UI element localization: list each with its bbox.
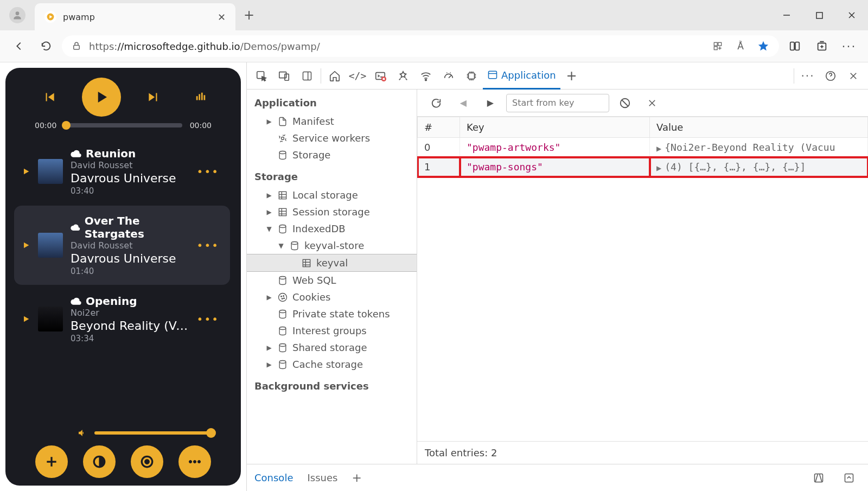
tree-keyval[interactable]: keyval <box>247 254 417 272</box>
clear-store-button[interactable] <box>614 92 636 114</box>
track-item[interactable]: Over The Stargates David Rousset Davrous… <box>14 206 230 285</box>
svg-rect-9 <box>714 47 717 50</box>
track-item[interactable]: Reunion David Rousset Davrous Universe 0… <box>14 138 230 205</box>
prev-track-button[interactable] <box>36 84 62 110</box>
split-screen-icon[interactable] <box>783 35 806 58</box>
table-row[interactable]: 1 "pwamp-songs" ▶(4) [{…}, {…}, {…}, {…}… <box>418 157 868 177</box>
theme-button[interactable] <box>83 445 116 478</box>
close-window-button[interactable] <box>835 2 868 29</box>
performance-tab-icon[interactable] <box>437 65 460 87</box>
favorite-icon[interactable] <box>757 40 769 52</box>
next-track-button[interactable] <box>141 84 167 110</box>
track-album: Davrous Universe <box>71 252 189 265</box>
browser-tab[interactable]: pwamp ✕ <box>35 3 235 30</box>
start-from-key-input[interactable] <box>506 94 609 112</box>
drawer-collapse-icon[interactable] <box>838 467 860 489</box>
svg-point-22 <box>198 461 201 463</box>
device-toggle-icon[interactable] <box>273 65 296 87</box>
play-icon <box>22 241 30 250</box>
drawer-add-tab[interactable]: + <box>352 471 361 484</box>
extensions-icon[interactable] <box>712 40 724 52</box>
track-more-button[interactable]: ••• <box>197 239 219 252</box>
track-more-button[interactable]: ••• <box>197 313 219 326</box>
col-index[interactable]: # <box>418 117 460 138</box>
tree-websql[interactable]: Web SQL <box>247 272 417 289</box>
profile-button[interactable] <box>0 0 35 30</box>
devtools-more-icon[interactable]: ··· <box>796 65 819 87</box>
table-row[interactable]: 0 "pwamp-artworks" ▶{Noi2er-Beyond Reali… <box>418 138 868 157</box>
tree-session-storage[interactable]: ▶Session storage <box>247 203 417 220</box>
close-devtools-button[interactable] <box>842 65 865 87</box>
next-page-button[interactable]: ▶ <box>479 92 502 114</box>
tree-indexeddb[interactable]: ▼IndexedDB <box>247 220 417 237</box>
progress-slider[interactable] <box>64 123 182 127</box>
tab-title: pwamp <box>63 12 211 22</box>
tree-cache-storage[interactable]: ▶Cache storage <box>247 356 417 373</box>
application-tab[interactable]: Application <box>483 62 560 90</box>
tree-cookies[interactable]: ▶Cookies <box>247 289 417 305</box>
tree-manifest[interactable]: ▶Manifest <box>247 113 417 130</box>
dock-icon[interactable] <box>296 65 318 87</box>
cloud-icon <box>71 297 81 305</box>
svg-rect-3 <box>816 12 822 18</box>
refresh-storage-button[interactable] <box>425 92 448 114</box>
prev-page-button[interactable]: ◀ <box>452 92 475 114</box>
play-button[interactable] <box>82 78 121 117</box>
sidebar-h-scroll[interactable] <box>247 453 417 464</box>
track-album: Davrous Universe <box>71 171 189 185</box>
welcome-tab-icon[interactable] <box>323 65 346 87</box>
album-art <box>38 233 63 258</box>
close-tab-button[interactable]: ✕ <box>218 11 226 23</box>
svg-point-59 <box>279 343 286 346</box>
console-tab-icon[interactable] <box>369 65 392 87</box>
svg-point-45 <box>279 225 286 227</box>
tree-service-workers[interactable]: Service workers <box>247 130 417 146</box>
tree-shared-storage[interactable]: ▶Shared storage <box>247 339 417 356</box>
expand-icon[interactable]: ▶ <box>656 164 661 172</box>
add-tab-button[interactable]: + <box>560 65 583 87</box>
svg-rect-47 <box>303 259 310 266</box>
track-more-button[interactable]: ••• <box>197 165 219 178</box>
back-button[interactable] <box>8 35 30 58</box>
network-tab-icon[interactable] <box>414 65 437 87</box>
tree-private-state-tokens[interactable]: Private state tokens <box>247 305 417 322</box>
inspect-icon[interactable] <box>250 65 273 87</box>
col-value[interactable]: Value <box>650 117 868 138</box>
tree-interest-groups[interactable]: Interest groups <box>247 322 417 339</box>
sources-tab-icon[interactable] <box>392 65 414 87</box>
elements-tab-icon[interactable]: </> <box>346 65 369 87</box>
address-bar[interactable]: https://microsoftedge.github.io/Demos/pw… <box>62 35 779 57</box>
browser-toolbar: https://microsoftedge.github.io/Demos/pw… <box>0 30 868 62</box>
delete-entry-button[interactable] <box>641 92 663 114</box>
svg-line-62 <box>622 100 628 106</box>
help-icon[interactable] <box>819 65 842 87</box>
svg-point-56 <box>284 297 285 298</box>
expand-icon[interactable]: ▶ <box>656 145 661 152</box>
track-item[interactable]: Opening Noi2er Beyond Reality (Vac... 03… <box>14 286 230 352</box>
tree-keyval-store[interactable]: ▼keyval-store <box>247 237 417 254</box>
volume-slider[interactable] <box>94 431 212 435</box>
svg-rect-24 <box>279 72 286 78</box>
svg-rect-41 <box>279 208 286 215</box>
add-button[interactable] <box>35 445 68 478</box>
drawer-issues-tab[interactable]: Issues <box>307 472 337 483</box>
more-button[interactable] <box>178 445 211 478</box>
settings-more-icon[interactable]: ··· <box>838 35 860 58</box>
refresh-button[interactable] <box>35 35 58 58</box>
drawer-console-tab[interactable]: Console <box>254 472 293 483</box>
visualizer-button[interactable] <box>192 88 210 106</box>
drawer-dock-icon[interactable] <box>807 467 830 489</box>
collections-icon[interactable] <box>810 35 833 58</box>
minimize-button[interactable] <box>770 2 803 29</box>
read-aloud-icon[interactable]: A» <box>735 40 746 52</box>
tree-storage[interactable]: Storage <box>247 146 417 163</box>
record-button[interactable] <box>131 445 163 478</box>
new-tab-button[interactable]: + <box>235 0 263 30</box>
memory-tab-icon[interactable] <box>460 65 483 87</box>
storage-table: # Key Value 0 "pwamp-artworks" ▶{Noi2er-… <box>417 117 868 177</box>
tree-local-storage[interactable]: ▶Local storage <box>247 187 417 203</box>
col-key[interactable]: Key <box>460 117 650 138</box>
svg-point-55 <box>282 298 283 299</box>
application-sidebar: Application ▶Manifest Service workers St… <box>247 90 417 464</box>
maximize-button[interactable] <box>803 2 835 29</box>
